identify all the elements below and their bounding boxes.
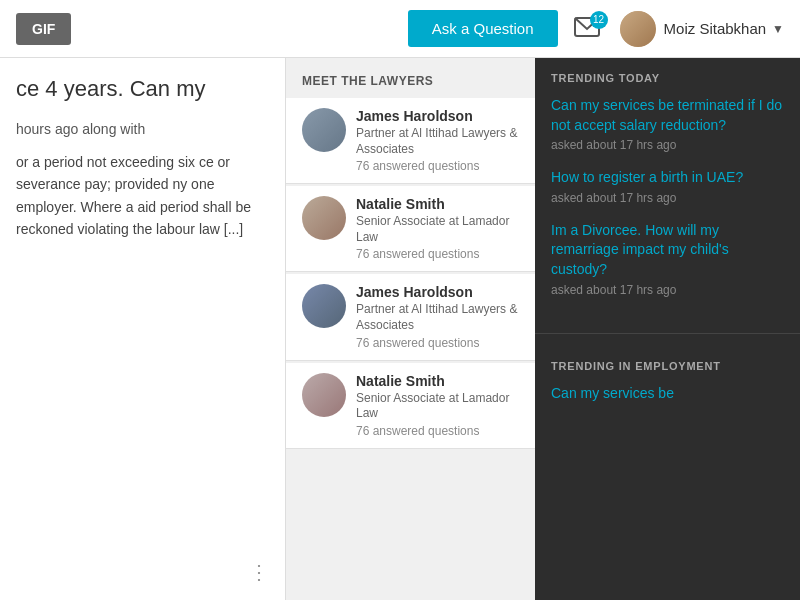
left-panel: ce 4 years. Can my hours ago along with …: [0, 58, 285, 600]
dropdown-arrow-icon: ▼: [772, 22, 784, 36]
lawyers-panel: MEET THE LAWYERS James Haroldson Partner…: [285, 58, 535, 600]
lawyer-item[interactable]: Natalie Smith Senior Associate at Lamado…: [286, 186, 535, 272]
trending-employment-section: TRENDING IN EMPLOYMENT Can my services b…: [535, 346, 800, 434]
header: GIF Ask a Question 12 Moiz Sitabkhan ▼: [0, 0, 800, 58]
lawyer-info: James Haroldson Partner at Al Ittihad La…: [356, 108, 519, 173]
trending-today-title: TRENDING TODAY: [551, 72, 784, 84]
trending-today-item: Im a Divorcee. How will my remarriage im…: [551, 221, 784, 297]
article-subtext: hours ago along with: [16, 121, 269, 137]
lawyer-name: Natalie Smith: [356, 373, 519, 389]
lawyer-questions: 76 answered questions: [356, 159, 519, 173]
trending-employment-list: Can my services be: [551, 384, 784, 404]
lawyer-title: Senior Associate at Lamador Law: [356, 391, 519, 422]
trending-question[interactable]: Can my services be terminated if I do no…: [551, 96, 784, 135]
ask-question-button[interactable]: Ask a Question: [408, 10, 558, 47]
user-menu[interactable]: Moiz Sitabkhan ▼: [620, 11, 784, 47]
lawyer-item[interactable]: James Haroldson Partner at Al Ittihad La…: [286, 274, 535, 360]
lawyer-item[interactable]: James Haroldson Partner at Al Ittihad La…: [286, 98, 535, 184]
main-content: ce 4 years. Can my hours ago along with …: [0, 58, 800, 600]
lawyer-avatar: [302, 373, 346, 417]
trending-divider: [535, 333, 800, 334]
lawyers-panel-title: MEET THE LAWYERS: [286, 58, 535, 98]
lawyer-info: Natalie Smith Senior Associate at Lamado…: [356, 373, 519, 438]
trending-question[interactable]: How to register a birth in UAE?: [551, 168, 784, 188]
trending-question[interactable]: Im a Divorcee. How will my remarriage im…: [551, 221, 784, 280]
lawyer-title: Partner at Al Ittihad Lawyers & Associat…: [356, 302, 519, 333]
trending-question[interactable]: Can my services be: [551, 384, 784, 404]
lawyers-list: James Haroldson Partner at Al Ittihad La…: [286, 98, 535, 449]
trending-today-item: Can my services be terminated if I do no…: [551, 96, 784, 152]
trending-time: asked about 17 hrs ago: [551, 283, 784, 297]
trending-employment-item: Can my services be: [551, 384, 784, 404]
user-name: Moiz Sitabkhan: [664, 20, 767, 37]
more-options-icon[interactable]: ⋮: [249, 560, 269, 584]
lawyer-title: Partner at Al Ittihad Lawyers & Associat…: [356, 126, 519, 157]
mail-badge: 12: [590, 11, 608, 29]
article-title: ce 4 years. Can my: [16, 74, 269, 105]
lawyer-questions: 76 answered questions: [356, 424, 519, 438]
lawyer-name: Natalie Smith: [356, 196, 519, 212]
lawyer-questions: 76 answered questions: [356, 336, 519, 350]
lawyer-avatar: [302, 284, 346, 328]
avatar: [620, 11, 656, 47]
lawyer-info: Natalie Smith Senior Associate at Lamado…: [356, 196, 519, 261]
lawyer-name: James Haroldson: [356, 108, 519, 124]
lawyer-item[interactable]: Natalie Smith Senior Associate at Lamado…: [286, 363, 535, 449]
trending-today-section: TRENDING TODAY Can my services be termin…: [535, 58, 800, 327]
trending-panel: TRENDING TODAY Can my services be termin…: [535, 58, 800, 600]
lawyer-avatar: [302, 196, 346, 240]
lawyer-avatar: [302, 108, 346, 152]
lawyer-questions: 76 answered questions: [356, 247, 519, 261]
gif-button[interactable]: GIF: [16, 13, 71, 45]
mail-icon-wrap[interactable]: 12: [574, 17, 600, 41]
lawyer-name: James Haroldson: [356, 284, 519, 300]
trending-today-item: How to register a birth in UAE? asked ab…: [551, 168, 784, 205]
trending-time: asked about 17 hrs ago: [551, 138, 784, 152]
trending-employment-title: TRENDING IN EMPLOYMENT: [551, 360, 784, 372]
article-body: or a period not exceeding six ce or seve…: [16, 151, 269, 241]
lawyer-title: Senior Associate at Lamador Law: [356, 214, 519, 245]
trending-time: asked about 17 hrs ago: [551, 191, 784, 205]
trending-today-list: Can my services be terminated if I do no…: [551, 96, 784, 297]
lawyer-info: James Haroldson Partner at Al Ittihad La…: [356, 284, 519, 349]
